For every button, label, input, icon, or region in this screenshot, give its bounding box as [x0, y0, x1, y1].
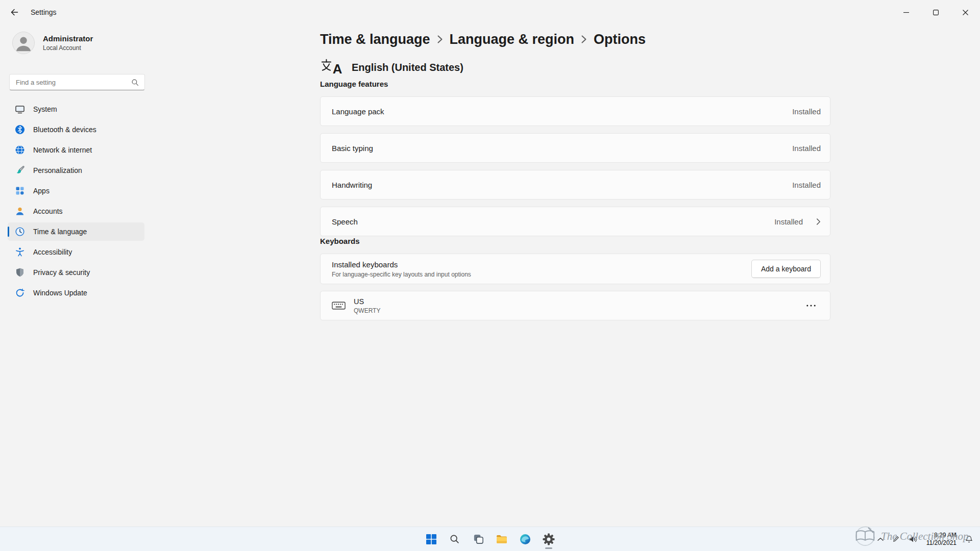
sidebar-item-personalization[interactable]: Personalization: [8, 161, 144, 180]
speech-row[interactable]: Speech Installed: [320, 207, 830, 236]
sidebar-item-label: Accessibility: [33, 248, 72, 256]
minimize-button[interactable]: [891, 0, 921, 24]
task-view-icon: [473, 533, 484, 545]
sidebar-item-label: Network & internet: [33, 146, 92, 154]
accounts-icon: [15, 206, 25, 216]
status-badge: Installed: [792, 107, 821, 116]
status-badge: Installed: [774, 217, 803, 226]
back-button[interactable]: [3, 3, 26, 22]
status-badge: Installed: [792, 144, 821, 153]
keyboard-name: US: [354, 297, 380, 306]
network-icon: [15, 145, 25, 155]
keyboard-more-button[interactable]: [801, 298, 821, 313]
section-header-keyboards: Keyboards: [320, 236, 830, 246]
search-box: [9, 74, 145, 90]
windows-update-icon: [15, 288, 25, 298]
keyboard-icon: [332, 300, 346, 311]
close-icon: [963, 10, 968, 15]
file-explorer-icon: [496, 533, 508, 545]
language-glyph-icon: A: [320, 57, 342, 78]
section-header-language-features: Language features: [320, 79, 830, 89]
titlebar: Settings: [0, 0, 980, 24]
chevron-right-icon: [581, 34, 587, 44]
handwriting-row: Handwriting Installed: [320, 170, 830, 199]
taskbar-search-button[interactable]: [445, 529, 465, 549]
add-keyboard-button[interactable]: Add a keyboard: [751, 260, 821, 278]
system-icon: [15, 104, 25, 114]
accessibility-icon: [15, 247, 25, 257]
close-button[interactable]: [950, 0, 980, 24]
settings-taskbar-button[interactable]: [538, 529, 559, 549]
back-arrow-icon: [10, 8, 18, 16]
language-header: A English (United States): [320, 56, 830, 79]
sidebar-item-accessibility[interactable]: Accessibility: [8, 243, 144, 261]
breadcrumb-language-region[interactable]: Language & region: [450, 32, 575, 47]
start-button[interactable]: [421, 529, 442, 549]
sidebar-item-label: Windows Update: [33, 289, 87, 297]
breadcrumb: Time & language Language & region Option…: [320, 30, 830, 49]
chevron-right-icon: [437, 34, 443, 44]
keyboard-layout: QWERTY: [354, 307, 380, 314]
ellipsis-icon: [806, 305, 816, 307]
installed-keyboards-card: Installed keyboards For language-specifi…: [320, 254, 830, 284]
status-badge: Installed: [792, 181, 821, 189]
language-pack-row: Language pack Installed: [320, 96, 830, 126]
search-input[interactable]: [10, 74, 131, 90]
sidebar-item-label: Personalization: [33, 166, 82, 174]
minimize-icon: [903, 10, 909, 15]
maximize-button[interactable]: [921, 0, 950, 24]
sidebar-item-apps[interactable]: Apps: [8, 182, 144, 200]
sidebar-item-windows-update[interactable]: Windows Update: [8, 284, 144, 302]
svg-text:A: A: [333, 62, 342, 76]
watermark-text: The Collection Shop: [881, 530, 969, 543]
main-content: Time & language Language & region Option…: [320, 24, 830, 320]
sidebar-item-bluetooth-devices[interactable]: Bluetooth & devices: [8, 120, 144, 139]
user-name: Administrator: [43, 34, 93, 43]
page-title: English (United States): [352, 62, 463, 73]
sidebar-item-privacy-security[interactable]: Privacy & security: [8, 263, 144, 282]
settings-gear-icon: [543, 533, 555, 545]
user-profile: Administrator Local Account: [12, 32, 93, 54]
user-avatar-icon: [12, 32, 35, 54]
selected-indicator: [8, 227, 9, 237]
window-controls: [891, 0, 980, 24]
row-label: Handwriting: [332, 181, 372, 189]
sidebar-item-label: Apps: [33, 187, 50, 195]
task-view-button[interactable]: [468, 529, 488, 549]
keyboard-us-row: US QWERTY: [320, 291, 830, 320]
basic-typing-row: Basic typing Installed: [320, 133, 830, 163]
sidebar-item-network-internet[interactable]: Network & internet: [8, 141, 144, 159]
row-label: Speech: [332, 217, 358, 226]
user-account-type: Local Account: [43, 44, 93, 52]
bluetooth-icon: [15, 124, 25, 135]
sidebar-item-label: System: [33, 105, 57, 113]
row-label: Basic typing: [332, 144, 373, 153]
edge-icon: [519, 533, 531, 545]
sidebar-item-system[interactable]: System: [8, 100, 144, 118]
settings-window: Settings Administrator Local Account: [0, 0, 980, 551]
breadcrumb-time-language[interactable]: Time & language: [320, 32, 430, 47]
chevron-right-icon: [816, 218, 821, 226]
edge-button[interactable]: [515, 529, 535, 549]
active-app-indicator: [545, 547, 552, 549]
maximize-icon: [933, 10, 939, 15]
privacy-icon: [15, 267, 25, 278]
sidebar-item-time-language[interactable]: Time & language: [8, 222, 144, 241]
taskbar: 8:29 AM 11/20/2021: [0, 527, 980, 551]
book-logo-icon: [853, 524, 877, 548]
personalization-icon: [15, 165, 25, 176]
window-title: Settings: [31, 8, 57, 16]
sidebar: Administrator Local Account System Blu: [0, 24, 153, 527]
breadcrumb-current: Options: [594, 32, 646, 47]
row-label: Language pack: [332, 107, 384, 116]
installed-keyboards-title: Installed keyboards: [332, 260, 471, 269]
taskbar-search-icon: [449, 534, 460, 545]
time-language-icon: [15, 227, 25, 237]
sidebar-item-accounts[interactable]: Accounts: [8, 202, 144, 220]
file-explorer-button[interactable]: [492, 529, 512, 549]
sidebar-item-label: Bluetooth & devices: [33, 126, 96, 134]
sidebar-item-label: Accounts: [33, 207, 63, 215]
sidebar-item-label: Privacy & security: [33, 268, 90, 277]
apps-icon: [15, 186, 25, 196]
search-icon: [131, 79, 139, 86]
